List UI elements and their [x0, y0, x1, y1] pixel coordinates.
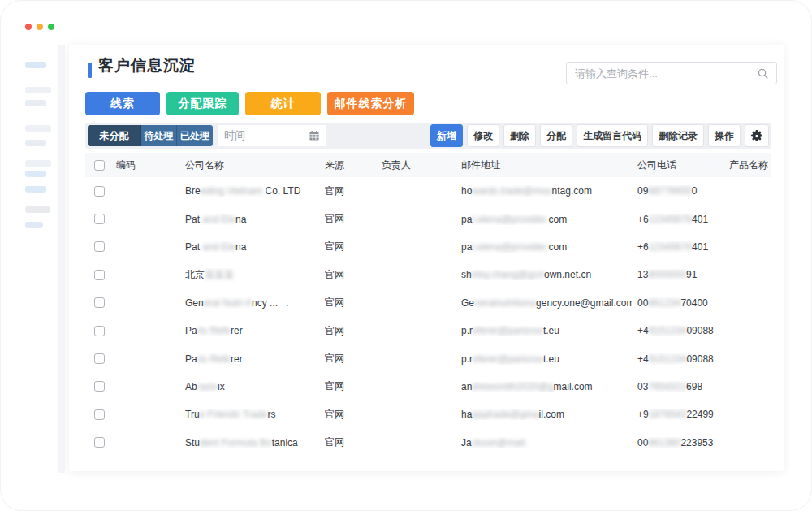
row-checkbox[interactable]: [94, 186, 105, 197]
filter-unassigned[interactable]: 未分配: [88, 125, 141, 146]
row-checkbox[interactable]: [94, 381, 105, 392]
cell-email: happytrade@gmail.com: [457, 409, 633, 420]
cell-phone: +612345678401: [633, 241, 725, 253]
cell-checkbox: [85, 241, 112, 252]
table-row[interactable]: General Nutri Ancy ... .官网Generalnutriti…: [85, 289, 771, 317]
operation-button[interactable]: 操作: [708, 124, 741, 147]
cell-checkbox: [85, 214, 112, 224]
tab-assign-track[interactable]: 分配跟踪: [166, 92, 239, 115]
table-body: Breeding Vietnam Co. LTD官网howards.trade@…: [85, 177, 771, 457]
cell-email: howards.trade@mountag.com: [457, 185, 633, 197]
edit-button[interactable]: 修改: [467, 124, 499, 147]
window-close-button[interactable]: [25, 24, 32, 30]
delete-record-button[interactable]: 删除记录: [652, 124, 704, 147]
action-buttons: 新增修改删除分配生成留言代码删除记录操作: [430, 124, 741, 147]
cell-email: shirley.chang@gcrtown.net.cn: [457, 269, 633, 280]
table-row[interactable]: Abrasivix官网andrewsmith2020@gmail.com0376…: [85, 373, 771, 401]
sidebar-skeleton-bar: [25, 206, 50, 213]
redacted-text: eding Vietnam: [201, 185, 263, 197]
delete-button[interactable]: 删除: [503, 124, 536, 147]
cell-company: General Nutri Ancy ... .: [181, 297, 321, 309]
cell-source: 官网: [321, 408, 378, 422]
redacted-text: 9151234: [649, 353, 687, 365]
cell-source: 官网: [321, 184, 378, 198]
cell-checkbox: [85, 186, 112, 197]
cell-source: 官网: [321, 268, 378, 282]
calendar-icon: [309, 130, 320, 141]
table-row[interactable]: True Friends Traders官网happytrade@gmail.c…: [85, 401, 771, 428]
cell-company: Paris Referer: [181, 325, 321, 336]
row-checkbox[interactable]: [94, 214, 105, 224]
sidebar-skeleton-bar: [25, 160, 51, 167]
cell-source: 官网: [321, 435, 378, 449]
generate-message-code-button[interactable]: 生成留言代码: [577, 124, 648, 147]
sidebar-skeleton-bar: [25, 171, 46, 177]
cell-checkbox: [85, 437, 112, 448]
date-placeholder: 时间: [224, 128, 309, 143]
add-button[interactable]: 新增: [430, 124, 463, 147]
cell-checkbox: [85, 353, 112, 364]
window-controls: [25, 24, 54, 30]
assign-button[interactable]: 分配: [540, 124, 572, 147]
sidebar-skeleton-bar: [25, 100, 46, 106]
row-checkbox[interactable]: [94, 409, 105, 420]
row-checkbox[interactable]: [94, 241, 105, 252]
redacted-text: irley.chang@gcrt: [472, 269, 544, 280]
redacted-text: rasiv: [197, 381, 218, 392]
filter-pending[interactable]: 待处理: [141, 125, 177, 146]
cell-source: 官网: [321, 352, 378, 366]
table-row[interactable]: Breeding Vietnam Co. LTD官网howards.trade@…: [85, 177, 771, 205]
cell-email: Generalnutritionagency.one@gmail.com: [457, 297, 633, 309]
sidebar-skeleton-bar: [25, 87, 51, 93]
redacted-text: and Ele: [200, 241, 235, 253]
settings-button[interactable]: [745, 124, 769, 147]
cell-email: pat.elena@provider.com: [457, 214, 633, 225]
redacted-text: ris Refe: [197, 353, 231, 365]
row-checkbox[interactable]: [94, 270, 105, 280]
table-row[interactable]: Student Formula Botanica官网Jackson@mail.0…: [85, 429, 771, 457]
redacted-text: 88776655: [648, 185, 691, 197]
row-checkbox[interactable]: [94, 353, 105, 364]
column-header-email: 邮件地址: [457, 158, 633, 172]
primary-tabs: 线索分配跟踪统计邮件线索分析: [85, 92, 414, 115]
filter-processed[interactable]: 已处理: [177, 125, 213, 146]
app-window: 客户信息沉淀 线索分配跟踪统计邮件线索分析 未分配待处理已处理 时间: [0, 0, 812, 511]
tab-clues[interactable]: 线索: [85, 92, 160, 115]
status-filter: 未分配待处理已处理: [88, 125, 213, 146]
search-input[interactable]: [567, 67, 757, 80]
cell-checkbox: [85, 297, 112, 308]
gear-icon: [750, 129, 763, 143]
sidebar-skeleton-bar: [25, 125, 51, 132]
window-minimize-button[interactable]: [37, 24, 43, 30]
title-accent-bar: [88, 63, 92, 78]
column-header-product: 产品名称: [725, 158, 771, 172]
table-row[interactable]: Paris Referer官网p.referer@parisroot.eu+49…: [85, 317, 771, 344]
tab-email-clue-analysis[interactable]: 邮件线索分析: [327, 92, 414, 115]
table-row[interactable]: Pat and Elena官网pat.elena@provider.com+61…: [85, 205, 771, 232]
redacted-text: 861234: [648, 297, 680, 309]
row-checkbox[interactable]: [94, 326, 105, 336]
date-filter-input[interactable]: 时间: [218, 125, 326, 146]
search-box[interactable]: [566, 62, 777, 84]
cell-checkbox: [85, 270, 112, 280]
redacted-text: e Friends Trade: [200, 409, 268, 420]
redacted-text: ckson@mail.: [472, 437, 528, 448]
select-all-checkbox[interactable]: [94, 160, 105, 171]
tab-statistics[interactable]: 统计: [245, 92, 321, 115]
redacted-text: 9151234: [649, 325, 687, 336]
sidebar-skeleton-bar: [25, 140, 46, 146]
cell-email: Jackson@mail.: [457, 437, 633, 448]
cell-source: 官网: [321, 296, 378, 310]
page-title: 客户信息沉淀: [98, 55, 196, 76]
table-row[interactable]: Paris Referer官网p.referer@parisroot.eu+49…: [85, 344, 771, 372]
cell-phone: +4915123409088: [633, 353, 725, 365]
cell-source: 官网: [321, 240, 378, 253]
cell-company: Pat and Elena: [181, 214, 321, 225]
row-checkbox[interactable]: [94, 437, 105, 448]
table-row[interactable]: Pat and Elena官网pat.elena@provider.com+61…: [85, 233, 771, 261]
cell-phone: +9187654322499: [633, 409, 725, 420]
redacted-text: 1876543: [649, 409, 687, 420]
window-maximize-button[interactable]: [48, 24, 54, 30]
table-row[interactable]: 北京某某某官网shirley.chang@gcrtown.net.cn13800…: [85, 261, 771, 288]
row-checkbox[interactable]: [94, 297, 105, 308]
